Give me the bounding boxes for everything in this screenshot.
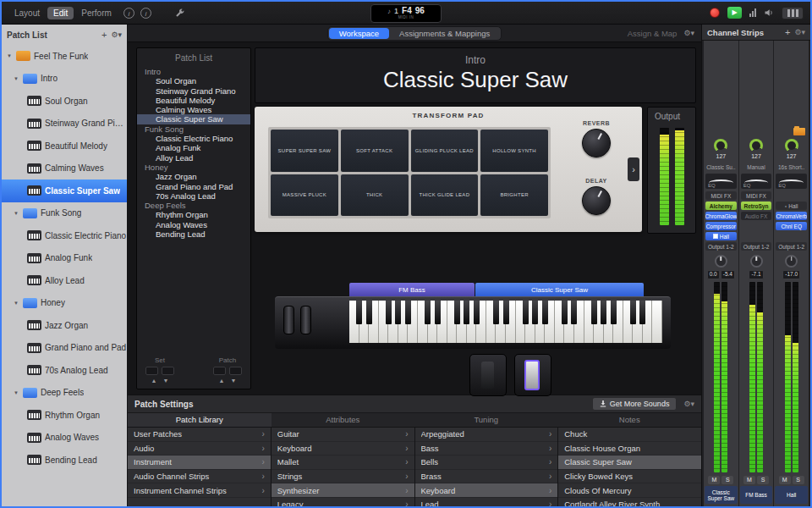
transform-pad-cell[interactable]: MASSIVE PLUCK — [271, 174, 338, 217]
patch-list-item[interactable]: ▼ Beautiful Melody — [2, 135, 127, 157]
library-item[interactable]: Classic House Organ — [558, 442, 701, 456]
eq-thumbnail[interactable]: EQ — [776, 174, 807, 189]
library-item[interactable]: Keyboard› — [272, 442, 414, 456]
master-volume-icon[interactable] — [764, 8, 774, 18]
patch-settings-action-menu[interactable]: ⚙▾ — [683, 400, 694, 408]
channel-strip[interactable]: 127 16s Short.. EQ Hall ChromaVerb Chnl … — [774, 41, 809, 506]
library-item[interactable]: Lead› — [415, 498, 558, 506]
piano-key-black[interactable] — [542, 301, 548, 324]
disclosure-triangle-icon[interactable]: ▼ — [13, 301, 19, 306]
pan-knob[interactable] — [785, 255, 798, 268]
patch-list-item[interactable]: ▼ Grand Piano and Pad — [2, 337, 127, 360]
mode-button[interactable]: Perform — [75, 7, 118, 19]
patch-list-item[interactable]: ▼ Bending Lead — [2, 449, 127, 472]
delay-knob[interactable] — [582, 186, 611, 215]
pan-knob[interactable] — [750, 255, 763, 268]
library-item[interactable]: Clicky Bowed Keys — [558, 470, 701, 484]
output-slot[interactable]: Output 1-2 — [705, 242, 737, 251]
workspace-patch-item[interactable]: Alloy Lead — [137, 153, 250, 163]
info-icon[interactable]: i — [123, 8, 134, 19]
piano-key-black[interactable] — [562, 301, 568, 324]
disclosure-triangle-icon[interactable]: ▼ — [6, 53, 13, 58]
library-item[interactable]: Mallet› — [272, 456, 414, 470]
audio-fx-slot[interactable]: ChromaGlow — [705, 212, 737, 220]
piano-key-black[interactable] — [523, 301, 529, 324]
patch-list-item[interactable]: ▼ Steinway Grand Piano — [2, 113, 127, 135]
instrument-slot[interactable]: RetroSyn — [741, 202, 772, 210]
solo-button[interactable]: S — [721, 476, 733, 484]
workspace-patch-item[interactable]: 70s Analog Lead — [137, 191, 250, 201]
workspace-patch-item[interactable]: Rhythm Organ — [137, 210, 250, 219]
add-patch-button[interactable]: + — [102, 30, 107, 40]
set-down-button[interactable]: ▼ — [163, 378, 169, 384]
library-item[interactable]: Legacy› — [272, 498, 414, 506]
library-item[interactable]: Audio Channel Strips› — [128, 470, 271, 484]
workspace-patch-item[interactable]: Jazz Organ — [137, 172, 250, 181]
midi-fx-slot[interactable]: MIDI FX — [705, 191, 737, 200]
workspace-patch-item[interactable]: Soul Organ — [137, 76, 250, 86]
add-channel-strip-button[interactable]: + — [785, 27, 790, 37]
mute-button[interactable]: M — [743, 476, 755, 484]
library-item[interactable]: Brass› — [415, 470, 558, 484]
next-page-chevron[interactable]: › — [628, 157, 639, 181]
workspace-patch-item[interactable]: Classic Electric Piano — [137, 134, 250, 143]
library-item[interactable]: Audio› — [128, 442, 271, 456]
library-item[interactable]: Keyboard› — [415, 483, 558, 498]
solo-button[interactable]: S — [757, 476, 769, 484]
patch-list-item[interactable]: ▼ Alloy Lead — [2, 269, 127, 292]
workspace-patch-item[interactable]: Intro — [137, 67, 250, 76]
workspace-patch-item[interactable]: Deep Feels — [137, 201, 250, 210]
patch-list-item[interactable]: ▼ Calming Waves — [2, 157, 127, 180]
channel-name[interactable]: Classic Super Saw — [705, 486, 738, 504]
piano-key-black[interactable] — [611, 301, 617, 324]
library-item[interactable]: User Patches› — [128, 428, 271, 442]
layer-zone-classic-super-saw[interactable]: Classic Super Saw — [475, 283, 644, 296]
patch-list-item[interactable]: ▼ Deep Feels — [2, 382, 127, 405]
piano-key-black[interactable] — [435, 301, 441, 324]
expression-pedal[interactable] — [469, 354, 507, 396]
audio-fx-slot[interactable]: Chnl EQ — [776, 222, 807, 230]
folder-icon[interactable] — [793, 128, 805, 135]
transform-pad-cell[interactable]: HOLLOW SYNTH — [480, 130, 548, 172]
piano-key-black[interactable] — [532, 301, 538, 324]
piano-key-black[interactable] — [630, 301, 636, 324]
view-tab[interactable]: Workspace — [329, 28, 389, 39]
record-button[interactable] — [710, 8, 720, 18]
transform-pad-cell[interactable]: GLIDING PLUCK LEAD — [411, 130, 479, 172]
workspace-patch-item[interactable]: Classic Super Saw — [137, 114, 250, 124]
channel-strip[interactable]: 127 Classic Su.. EQ MIDI FX Alchemy Chro… — [704, 41, 738, 506]
workspace-patch-item[interactable]: Bending Lead — [137, 229, 250, 239]
piano-key-black[interactable] — [591, 301, 597, 324]
patch-list-item[interactable]: ▼ Classic Electric Piano — [2, 224, 127, 247]
patch-list-item[interactable]: ▼ Analog Funk — [2, 247, 127, 270]
sustain-pedal[interactable] — [514, 354, 551, 396]
eq-thumbnail[interactable]: EQ — [741, 174, 772, 189]
audio-fx-slot[interactable]: Compressor — [705, 222, 737, 230]
workspace-patch-item[interactable]: Analog Waves — [137, 220, 250, 229]
piano-key-black[interactable] — [639, 301, 645, 324]
view-tab[interactable]: Assignments & Mappings — [389, 28, 500, 39]
transform-pad-cell[interactable]: THICK — [341, 174, 409, 217]
patch-up-button[interactable]: ▲ — [219, 378, 225, 384]
workspace-patch-item[interactable]: Funk Song — [137, 124, 250, 134]
pitch-wheel[interactable] — [283, 306, 294, 334]
reverb-knob[interactable] — [582, 129, 611, 157]
patch-list-item[interactable]: ▼ Honey — [2, 292, 127, 315]
transform-pad-cell[interactable]: BRIGHTER — [480, 174, 548, 217]
mode-button[interactable]: Edit — [47, 7, 74, 19]
mod-wheel[interactable] — [300, 306, 311, 334]
workspace-patch-item[interactable]: Grand Piano and Pad — [137, 182, 250, 191]
library-item[interactable]: Instrument› — [128, 456, 271, 470]
mute-button[interactable]: M — [779, 476, 791, 484]
patch-down-button[interactable]: ▼ — [231, 378, 237, 384]
send-slot[interactable]: Hall — [705, 232, 737, 240]
workspace-patch-item[interactable]: Steinway Grand Piano — [137, 86, 250, 96]
transform-pad-cell[interactable]: SUPER SUPER SAW — [271, 130, 338, 172]
library-item[interactable]: Strings› — [272, 470, 414, 484]
audio-fx-slot[interactable]: ChromaVerb — [776, 212, 807, 220]
piano-key-black[interactable] — [386, 301, 392, 324]
patch-list-action-menu[interactable]: ⚙▾ — [111, 30, 122, 39]
workspace-patch-item[interactable]: Honey — [137, 163, 250, 172]
output-slot[interactable]: Output 1-2 — [741, 242, 772, 251]
patch-list-item[interactable]: ▼ 70s Analog Lead — [2, 359, 127, 382]
